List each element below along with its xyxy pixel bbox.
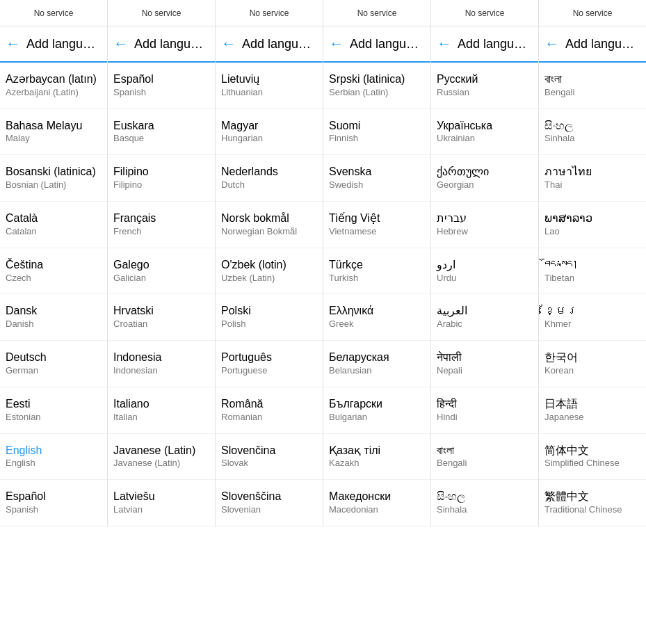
lang-native-0-2: Bosanski (latinica): [6, 165, 102, 179]
lang-item-1-9[interactable]: LatviešuLatvian: [108, 480, 215, 526]
lang-item-3-5[interactable]: ΕλληνικάGreek: [323, 294, 430, 341]
lang-item-1-8[interactable]: Javanese (Latin)Javanese (Latin): [108, 434, 215, 481]
lang-native-5-2: ภาษาไทย: [544, 165, 640, 179]
lang-english-2-0: Lithuanian: [221, 87, 317, 99]
lang-item-5-9[interactable]: 繁體中文Traditional Chinese: [539, 480, 646, 526]
lang-english-5-5: Khmer: [544, 319, 640, 330]
lang-english-0-0: Azerbaijani (Latin): [6, 87, 102, 99]
lang-item-1-1[interactable]: EuskaraBasque: [108, 109, 215, 156]
lang-item-1-5[interactable]: HrvatskiCroatian: [108, 294, 215, 341]
back-arrow-0[interactable]: ←: [6, 35, 21, 53]
lang-item-3-9[interactable]: МакедонскиMacedonian: [323, 480, 430, 526]
lang-item-0-9[interactable]: EspañolSpanish: [0, 480, 107, 526]
lang-item-3-2[interactable]: SvenskaSwedish: [323, 155, 430, 202]
lang-item-4-6[interactable]: नेपालीNepali: [431, 341, 538, 387]
lang-item-4-3[interactable]: עבריתHebrew: [431, 202, 538, 248]
lang-item-3-8[interactable]: Қазақ тіліKazakh: [323, 434, 430, 481]
header-title-4: Add language: [458, 37, 533, 51]
lang-item-4-2[interactable]: ქართულიGeorgian: [431, 155, 538, 202]
lang-native-0-6: Deutsch: [6, 351, 102, 365]
lang-item-5-3[interactable]: ພາສາລາວLao: [539, 202, 646, 248]
lang-item-4-0[interactable]: РусскийRussian: [431, 63, 538, 109]
lang-item-1-6[interactable]: IndonesiaIndonesian: [108, 341, 215, 387]
lang-item-3-3[interactable]: Tiếng ViệtVietnamese: [323, 202, 430, 248]
lang-native-1-6: Indonesia: [113, 351, 209, 365]
lang-item-2-6[interactable]: PortuguêsPortuguese: [216, 341, 323, 387]
lang-item-1-2[interactable]: FilipinoFilipino: [108, 155, 215, 202]
lang-native-0-7: Eesti: [6, 397, 102, 412]
lang-item-3-4[interactable]: TürkçeTurkish: [323, 248, 430, 295]
column-header-0: ←Add language: [0, 26, 107, 63]
lang-item-3-0[interactable]: Srpski (latinica)Serbian (Latin): [323, 63, 430, 109]
lang-english-4-4: Urdu: [437, 273, 533, 284]
lang-item-3-7[interactable]: БългарскиBulgarian: [323, 387, 430, 434]
lang-item-2-4[interactable]: O'zbek (lotin)Uzbek (Latin): [216, 248, 323, 295]
lang-item-5-6[interactable]: 한국어Korean: [539, 341, 646, 387]
lang-item-2-8[interactable]: SlovenčinaSlovak: [216, 434, 323, 481]
lang-item-4-1[interactable]: УкраїнськаUkrainian: [431, 109, 538, 156]
lang-native-5-1: සිංහල: [544, 119, 640, 134]
lang-item-5-0[interactable]: বাংলাBengali: [539, 63, 646, 109]
lang-item-1-3[interactable]: FrançaisFrench: [108, 202, 215, 248]
lang-item-4-5[interactable]: العربيةArabic: [431, 294, 538, 341]
lang-item-4-9[interactable]: සිංහලSinhala: [431, 480, 538, 526]
lang-native-4-5: العربية: [437, 304, 533, 319]
back-arrow-4[interactable]: ←: [437, 35, 452, 53]
status-segment-4: No service: [431, 0, 539, 26]
lang-english-5-2: Thai: [544, 179, 640, 191]
lang-item-0-1[interactable]: Bahasa MelayuMalay: [0, 109, 107, 156]
lang-native-3-2: Svenska: [329, 165, 425, 179]
lang-native-5-0: বাংলা: [544, 72, 640, 87]
lang-item-0-7[interactable]: EestiEstonian: [0, 387, 107, 434]
lang-english-4-7: Hindi: [437, 412, 533, 424]
header-title-3: Add language: [350, 37, 425, 51]
lang-native-1-8: Javanese (Latin): [113, 444, 209, 458]
lang-english-0-7: Estonian: [6, 412, 102, 424]
lang-english-3-5: Greek: [329, 319, 425, 330]
lang-item-0-4[interactable]: ČeštinaCzech: [0, 248, 107, 295]
lang-item-4-8[interactable]: বাংলাBengali: [431, 434, 538, 481]
lang-item-0-0[interactable]: Azərbaycan (latın)Azerbaijani (Latin): [0, 63, 107, 109]
back-arrow-3[interactable]: ←: [329, 35, 344, 53]
lang-item-3-1[interactable]: SuomiFinnish: [323, 109, 430, 156]
lang-item-5-4[interactable]: བོད་སྐད།Tibetan: [539, 248, 646, 295]
lang-english-3-2: Swedish: [329, 179, 425, 191]
lang-english-2-6: Portuguese: [221, 365, 317, 377]
lang-native-3-3: Tiếng Việt: [329, 211, 425, 226]
lang-item-1-4[interactable]: GalegoGalician: [108, 248, 215, 295]
lang-native-4-0: Русский: [437, 72, 533, 87]
lang-item-0-3[interactable]: CatalàCatalan: [0, 202, 107, 248]
lang-item-2-7[interactable]: RomânăRomanian: [216, 387, 323, 434]
back-arrow-2[interactable]: ←: [221, 35, 236, 53]
column-header-5: ←Add language: [539, 26, 646, 63]
lang-item-2-2[interactable]: NederlandsDutch: [216, 155, 323, 202]
back-arrow-1[interactable]: ←: [113, 35, 129, 53]
lang-item-0-2[interactable]: Bosanski (latinica)Bosnian (Latin): [0, 155, 107, 202]
lang-item-5-7[interactable]: 日本語Japanese: [539, 387, 646, 434]
lang-english-1-1: Basque: [113, 133, 209, 145]
lang-item-2-5[interactable]: PolskiPolish: [216, 294, 323, 341]
back-arrow-5[interactable]: ←: [544, 35, 560, 53]
lang-item-5-1[interactable]: සිංහලSinhala: [539, 109, 646, 156]
lang-item-2-9[interactable]: SlovenščinaSlovenian: [216, 480, 323, 526]
lang-item-2-3[interactable]: Norsk bokmålNorwegian Bokmål: [216, 202, 323, 248]
lang-item-5-2[interactable]: ภาษาไทยThai: [539, 155, 646, 202]
lang-item-2-0[interactable]: LietuviųLithuanian: [216, 63, 323, 109]
lang-item-0-6[interactable]: DeutschGerman: [0, 341, 107, 387]
lang-item-3-6[interactable]: БеларускаяBelarusian: [323, 341, 430, 387]
lang-english-2-7: Romanian: [221, 412, 317, 424]
lang-item-5-8[interactable]: 简体中文Simplified Chinese: [539, 434, 646, 481]
lang-item-2-1[interactable]: MagyarHungarian: [216, 109, 323, 156]
lang-item-5-5[interactable]: ខ្មែរKhmer: [539, 294, 646, 341]
lang-native-3-7: Български: [329, 397, 425, 412]
lang-item-0-5[interactable]: DanskDanish: [0, 294, 107, 341]
lang-native-3-4: Türkçe: [329, 258, 425, 273]
lang-english-2-3: Norwegian Bokmål: [221, 226, 317, 238]
lang-item-1-7[interactable]: ItalianoItalian: [108, 387, 215, 434]
lang-item-0-8[interactable]: EnglishEnglish: [0, 434, 107, 481]
lang-item-1-0[interactable]: EspañolSpanish: [108, 63, 215, 109]
lang-item-4-4[interactable]: اردوUrdu: [431, 248, 538, 295]
lang-item-4-7[interactable]: हिन्दीHindi: [431, 387, 538, 434]
lang-native-1-2: Filipino: [113, 165, 209, 179]
lang-native-0-3: Català: [6, 211, 102, 226]
